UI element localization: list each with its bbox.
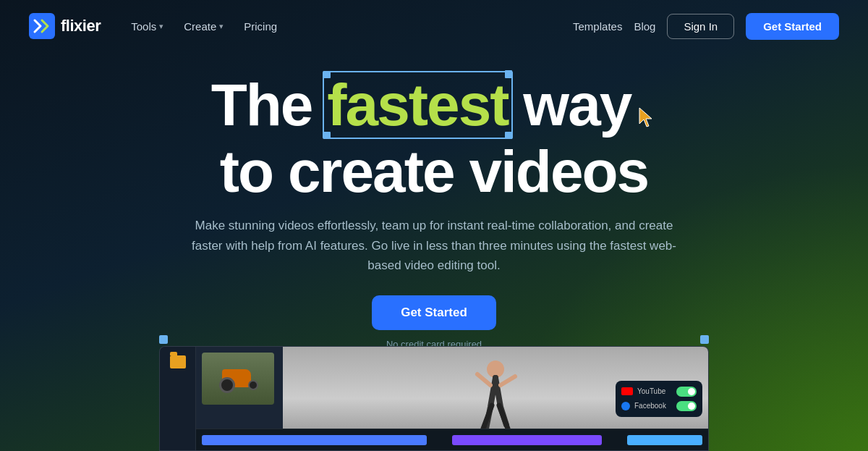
timeline-track-2 (452, 435, 602, 445)
cursor-icon (637, 78, 657, 140)
youtube-row: YouTube (621, 387, 697, 397)
tractor-wheel-small (248, 380, 258, 390)
nav-blog[interactable]: Blog (634, 20, 655, 33)
timeline-track-3 (627, 435, 702, 445)
nav-menu: Tools ▾ Create ▾ Pricing (124, 16, 284, 37)
logo[interactable]: flixier (29, 13, 101, 39)
hero-subtext: Make stunning videos effortlessly, team … (181, 216, 687, 275)
video-thumbnail (202, 353, 274, 405)
nav-create[interactable]: Create ▾ (176, 16, 231, 37)
youtube-icon (621, 387, 633, 395)
youtube-label: YouTube (637, 387, 672, 395)
social-export-panel: YouTube Facebook (616, 381, 702, 417)
facebook-icon (621, 402, 630, 410)
timeline-track-1 (202, 435, 427, 445)
nav-templates[interactable]: Templates (573, 20, 622, 33)
svg-rect-0 (29, 13, 55, 39)
nav-tools[interactable]: Tools ▾ (124, 16, 171, 37)
nav-pricing[interactable]: Pricing (237, 16, 284, 37)
create-chevron-icon: ▾ (219, 22, 224, 31)
tractor-scene (202, 353, 274, 405)
headline-post: way (509, 72, 631, 138)
tools-chevron-icon: ▾ (159, 22, 163, 31)
editor-mockup: YouTube Facebook (109, 335, 760, 451)
editor-handle-tr (700, 335, 709, 344)
tractor-icon (216, 364, 260, 393)
fastest-word: fastest (327, 74, 508, 136)
editor-window: YouTube Facebook (159, 346, 709, 451)
nav-right: Templates Blog Sign In Get Started (573, 13, 839, 40)
hero-getstarted-button[interactable]: Get Started (372, 295, 496, 330)
youtube-toggle[interactable] (676, 387, 697, 397)
logo-text: flixier (61, 17, 101, 35)
editor-handle-tl (159, 335, 168, 344)
headline-pre: The (211, 72, 328, 138)
nav-left: flixier Tools ▾ Create ▾ Pricing (29, 13, 284, 39)
nav-getstarted-button[interactable]: Get Started (746, 13, 839, 40)
hero-headline: The fastest way to create videos (0, 74, 868, 203)
hero-section: The fastest way to create videos Make st… (0, 52, 868, 350)
facebook-label: Facebook (634, 402, 672, 410)
tractor-wheel-big (219, 377, 235, 393)
headline-line2: to create videos (0, 140, 868, 203)
navbar: flixier Tools ▾ Create ▾ Pricing Templat… (0, 0, 868, 52)
fastest-container: fastest (327, 74, 508, 136)
facebook-toggle[interactable] (676, 401, 697, 411)
logo-icon (29, 13, 55, 39)
facebook-row: Facebook (621, 401, 697, 411)
editor-left-toolbar (160, 347, 196, 450)
editor-timeline (196, 429, 708, 450)
folder-icon (170, 355, 186, 368)
signin-button[interactable]: Sign In (667, 14, 734, 39)
editor-main-area: YouTube Facebook (196, 347, 708, 450)
